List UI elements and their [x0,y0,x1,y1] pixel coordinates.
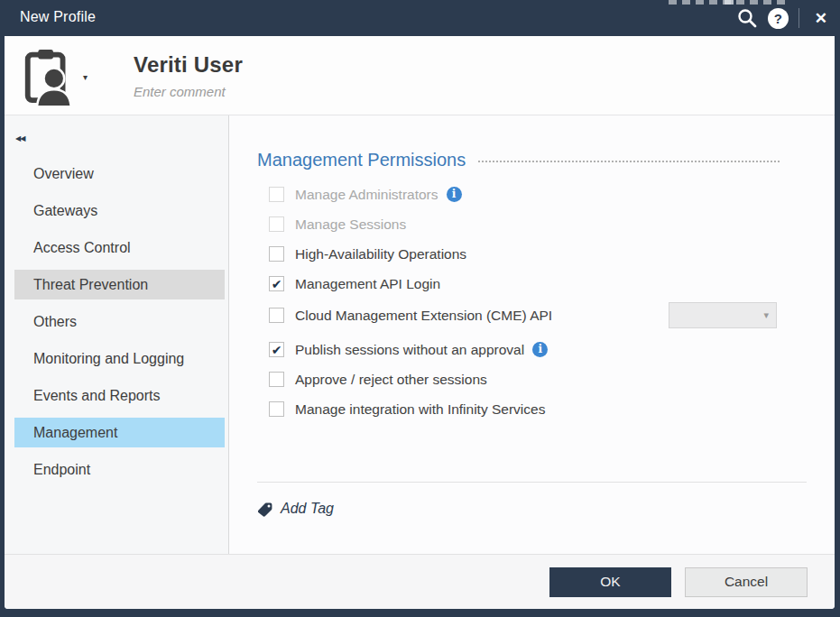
dialog-title: New Profile [20,9,96,25]
dialog-body: ◀◀ OverviewGatewaysAccess ControlThreat … [5,115,835,554]
permission-row-approve-reject-other-sessions: Approve / reject other sessions [269,364,835,394]
profile-header-text: Veriti User [134,52,422,99]
profile-avatar-picker[interactable]: ▾ [20,46,99,106]
chevron-down-icon: ▾ [763,309,769,321]
permission-row-publish-sessions-without-an-approval: ✔Publish sessions without an approvali [269,335,835,364]
help-icon[interactable]: ? [768,8,789,29]
permission-label-approve-reject-other-sessions: Approve / reject other sessions [295,372,487,388]
close-icon[interactable]: ✕ [809,7,833,30]
chevron-down-icon: ▾ [83,72,88,82]
sidebar: ◀◀ OverviewGatewaysAccess ControlThreat … [5,115,229,554]
sidebar-item-threat-prevention[interactable]: Threat Prevention [14,270,225,299]
comment-input[interactable] [134,84,422,99]
profile-clipboard-avatar-icon [20,46,79,106]
manage-administrators-checkbox [269,187,284,202]
info-icon[interactable]: i [532,342,548,357]
content-divider [257,482,807,483]
info-icon[interactable]: i [447,187,462,202]
permission-label-manage-integration-with-infinity-services: Manage integration with Infinity Service… [295,401,545,418]
titlebar-icons: ? ✕ [736,0,833,36]
sidebar-item-gateways[interactable]: Gateways [14,196,225,226]
permission-label-management-api-login: Management API Login [295,276,440,292]
permission-row-management-api-login: ✔Management API Login [269,269,835,299]
permission-row-manage-integration-with-infinity-services: Manage integration with Infinity Service… [269,394,835,424]
background-window-remnant-icon [725,0,734,5]
permission-row-high-availability-operations: High-Availability Operations [269,239,835,269]
search-icon[interactable] [736,7,758,29]
cancel-button[interactable]: Cancel [685,567,808,597]
permission-label-manage-sessions: Manage Sessions [295,216,406,233]
permissions-list: Manage AdministratorsiManage SessionsHig… [269,180,835,424]
sidebar-item-monitoring-and-logging[interactable]: Monitoring and Logging [14,344,225,373]
permission-row-manage-sessions: Manage Sessions [269,209,835,239]
sidebar-item-others[interactable]: Others [14,307,225,336]
permission-row-manage-administrators: Manage Administratorsi [269,180,835,209]
dialog-surface: ▾ Veriti User ◀◀ OverviewGatewaysAccess … [5,36,835,609]
ok-button[interactable]: OK [549,567,671,597]
permission-label-cloud-management-extension-cme-api: Cloud Management Extension (CME) API [295,308,552,324]
sidebar-nav: OverviewGatewaysAccess ControlThreat Pre… [5,159,228,484]
management-permissions-panel: Management Permissions Manage Administra… [229,115,835,554]
dialog-footer: OK Cancel [5,554,835,609]
new-profile-dialog: New Profile ? ✕ ▾ V [0,0,840,617]
sidebar-item-overview[interactable]: Overview [14,159,225,189]
publish-sessions-without-an-approval-checkbox[interactable]: ✔ [269,342,284,357]
cloud-management-extension-cme-api-checkbox[interactable] [269,308,284,323]
section-title: Management Permissions [257,148,466,171]
tag-icon [257,501,273,517]
add-tag-label: Add Tag [281,501,334,517]
add-tag-button[interactable]: Add Tag [257,501,835,517]
section-header: Management Permissions [257,148,780,171]
permission-label-high-availability-operations: High-Availability Operations [295,246,466,262]
dialog-titlebar: New Profile ? ✕ [0,0,840,36]
permission-row-cloud-management-extension-cme-api: Cloud Management Extension (CME) API▾ [269,300,835,330]
sidebar-item-management[interactable]: Management [14,418,225,447]
sidebar-collapse-icon[interactable]: ◀◀ [15,134,24,143]
permission-label-manage-administrators: Manage Administrators [295,187,438,203]
profile-name[interactable]: Veriti User [134,52,422,78]
sidebar-item-endpoint[interactable]: Endpoint [14,455,225,484]
profile-header: ▾ Veriti User [5,36,835,115]
manage-sessions-checkbox [269,216,284,232]
approve-reject-other-sessions-checkbox[interactable] [269,372,284,387]
cloud-management-extension-cme-api-dropdown: ▾ [669,302,777,328]
management-api-login-checkbox[interactable]: ✔ [269,276,284,291]
sidebar-item-access-control[interactable]: Access Control [14,233,225,262]
high-availability-operations-checkbox[interactable] [269,246,284,262]
section-dotted-leader [478,161,780,162]
permission-label-publish-sessions-without-an-approval: Publish sessions without an approval [295,342,524,358]
titlebar-separator [798,8,799,28]
sidebar-item-events-and-reports[interactable]: Events and Reports [14,381,225,410]
manage-integration-with-infinity-services-checkbox[interactable] [269,401,284,417]
